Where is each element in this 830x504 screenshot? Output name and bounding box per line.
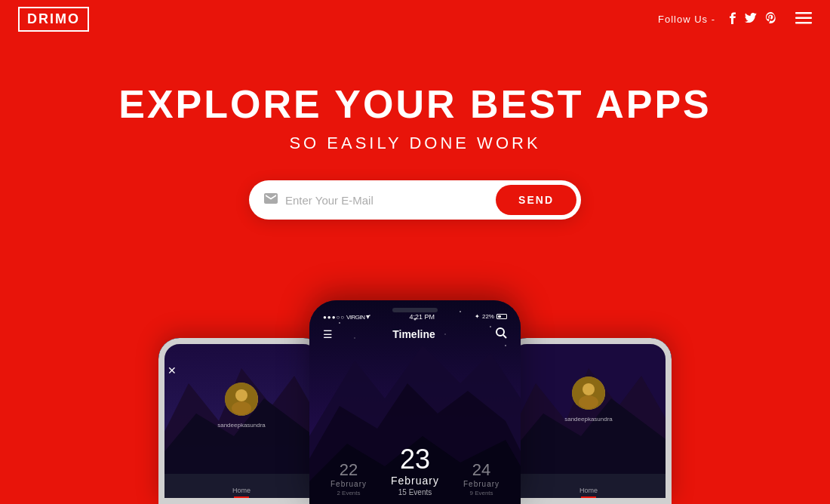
left-phone-bottom: Home: [158, 481, 324, 504]
svg-point-8: [232, 401, 251, 415]
email-input[interactable]: [285, 194, 496, 207]
date-23-month: February: [391, 475, 439, 487]
date-24-number: 24: [463, 462, 500, 478]
svg-line-22: [503, 335, 506, 338]
phone-right: ● 4:21 PM 22% sandeepkasundra Home: [506, 338, 672, 504]
logo-box: DRIMO: [18, 7, 89, 32]
timeline-title: Timeline: [392, 328, 435, 340]
center-signal: ●●●○○ VIRGIN ▾: [323, 312, 370, 321]
center-status-bar: ●●●○○ VIRGIN ▾ 4:21 PM ✦ 22%: [309, 300, 521, 324]
svg-point-27: [583, 383, 595, 395]
svg-rect-1: [795, 17, 812, 20]
hero-subtitle: SO EASILY DONE WORK: [289, 134, 540, 153]
date-23-events: 15 Events: [391, 488, 439, 496]
right-phone-content: sandeepkasundra: [506, 364, 672, 429]
home-underline-right: [581, 496, 596, 498]
social-icons: [729, 12, 776, 26]
close-icon[interactable]: ✕: [164, 364, 318, 376]
phone-right-inner: ● 4:21 PM 22% sandeepkasundra Home: [506, 338, 672, 504]
phone-center: ●●●○○ VIRGIN ▾ 4:21 PM ✦ 22% ☰ Timeline: [309, 300, 521, 504]
center-battery-area: ✦ 22%: [475, 313, 507, 320]
svg-rect-2: [795, 22, 812, 24]
header-right: Follow Us -: [658, 9, 812, 29]
username-right: sandeepkasundra: [564, 416, 613, 423]
date-23-number: 23: [391, 446, 439, 473]
bluetooth-icon: ✦: [475, 313, 480, 320]
phone-left-inner: ●●●○○ VIRGIN 4:21 PM ● 100% ✕ sandeepkas…: [158, 338, 324, 504]
battery-icon: [496, 314, 507, 319]
avatar-right: [572, 376, 605, 410]
battery-percent-center: 22%: [482, 313, 494, 320]
send-button[interactable]: SEND: [496, 185, 576, 215]
date-item-24: 24 February 9 Events: [451, 462, 512, 496]
svg-point-21: [496, 328, 504, 336]
pinterest-icon[interactable]: [766, 12, 776, 26]
date-24-events: 9 Events: [463, 490, 500, 496]
logo: DRIMO: [27, 11, 80, 26]
search-icon[interactable]: [495, 327, 507, 342]
username-left: sandeepkasundra: [217, 422, 266, 429]
timeline-dates: 22 February 2 Events 23 February 15 Even…: [309, 446, 521, 496]
svg-rect-0: [795, 12, 812, 14]
left-phone-content: ✕ sandeepkasundra: [158, 358, 324, 435]
date-24-month: February: [463, 480, 500, 488]
svg-point-7: [235, 389, 247, 401]
email-form: SEND: [249, 180, 581, 220]
date-22-events: 2 Events: [330, 490, 367, 496]
hero-title: EXPLORE YOUR BEST APPS: [118, 83, 712, 126]
center-app-header: ☰ Timeline: [309, 324, 521, 348]
date-22-number: 22: [330, 462, 367, 478]
facebook-icon[interactable]: [729, 12, 736, 26]
phones-container: ●●●○○ VIRGIN 4:21 PM ● 100% ✕ sandeepkas…: [113, 293, 717, 504]
date-item-22: 22 February 2 Events: [318, 462, 379, 496]
menu-icon[interactable]: ☰: [323, 328, 333, 340]
date-item-23: 23 February 15 Events: [379, 446, 451, 496]
hamburger-icon[interactable]: [795, 9, 812, 29]
home-label-left: Home: [164, 487, 318, 494]
svg-point-28: [579, 395, 598, 409]
header: DRIMO Follow Us -: [0, 0, 830, 38]
follow-us-label: Follow Us -: [658, 14, 715, 25]
home-label-right: Home: [512, 487, 666, 494]
email-icon: [264, 193, 278, 207]
avatar-left: [225, 383, 258, 416]
center-time: 4:21 PM: [410, 313, 435, 321]
home-underline-left: [234, 496, 249, 498]
twitter-icon[interactable]: [745, 13, 757, 25]
right-phone-bottom: Home: [506, 481, 672, 504]
phone-left: ●●●○○ VIRGIN 4:21 PM ● 100% ✕ sandeepkas…: [158, 338, 324, 504]
date-22-month: February: [330, 480, 367, 488]
